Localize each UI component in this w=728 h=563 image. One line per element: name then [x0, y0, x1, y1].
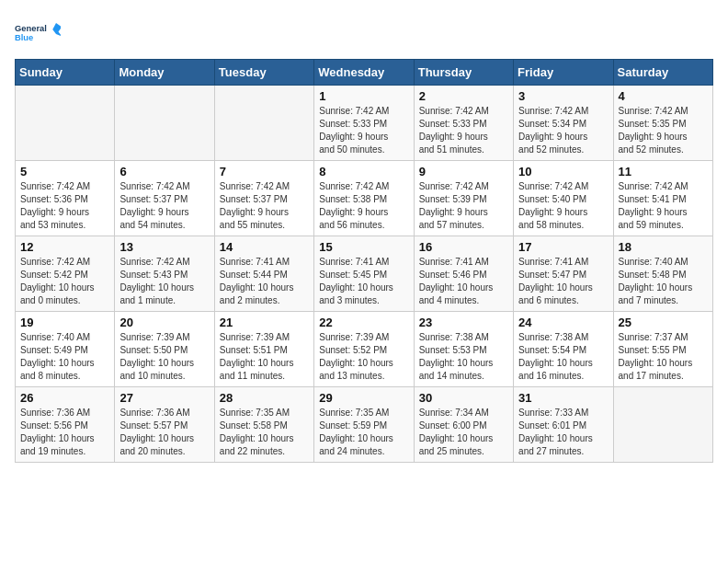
calendar-cell: 15Sunrise: 7:41 AM Sunset: 5:45 PM Dayli… — [314, 236, 414, 312]
day-number: 21 — [220, 316, 309, 329]
svg-marker-2 — [52, 23, 61, 36]
calendar-cell: 25Sunrise: 7:37 AM Sunset: 5:55 PM Dayli… — [613, 312, 712, 387]
calendar-cell: 31Sunrise: 7:33 AM Sunset: 6:01 PM Dayli… — [514, 387, 613, 463]
day-info: Sunrise: 7:39 AM Sunset: 5:52 PM Dayligh… — [319, 331, 408, 383]
calendar-cell: 8Sunrise: 7:42 AM Sunset: 5:38 PM Daylig… — [314, 161, 414, 236]
calendar-cell: 27Sunrise: 7:36 AM Sunset: 5:57 PM Dayli… — [115, 387, 214, 463]
day-info: Sunrise: 7:42 AM Sunset: 5:37 PM Dayligh… — [119, 180, 209, 232]
calendar-cell: 3Sunrise: 7:42 AM Sunset: 5:34 PM Daylig… — [514, 86, 613, 161]
day-number: 9 — [419, 165, 508, 178]
day-number: 27 — [119, 391, 209, 405]
calendar-cell — [613, 387, 712, 463]
day-info: Sunrise: 7:41 AM Sunset: 5:44 PM Dayligh… — [220, 256, 309, 307]
calendar-cell: 10Sunrise: 7:42 AM Sunset: 5:40 PM Dayli… — [514, 161, 613, 236]
calendar-cell: 14Sunrise: 7:41 AM Sunset: 5:44 PM Dayli… — [214, 236, 313, 312]
calendar-cell — [214, 86, 313, 161]
day-info: Sunrise: 7:38 AM Sunset: 5:54 PM Dayligh… — [518, 331, 608, 383]
day-info: Sunrise: 7:33 AM Sunset: 6:01 PM Dayligh… — [518, 407, 608, 458]
day-header: Tuesday — [214, 60, 313, 86]
calendar-cell: 24Sunrise: 7:38 AM Sunset: 5:54 PM Dayli… — [514, 312, 613, 387]
calendar-cell: 6Sunrise: 7:42 AM Sunset: 5:37 PM Daylig… — [115, 161, 214, 236]
calendar-cell: 12Sunrise: 7:42 AM Sunset: 5:42 PM Dayli… — [16, 236, 115, 312]
day-number: 8 — [319, 165, 408, 178]
day-header: Saturday — [613, 60, 712, 86]
day-info: Sunrise: 7:41 AM Sunset: 5:47 PM Dayligh… — [518, 256, 608, 307]
day-number: 31 — [518, 391, 608, 405]
calendar-cell: 13Sunrise: 7:42 AM Sunset: 5:43 PM Dayli… — [115, 236, 214, 312]
calendar-cell — [16, 86, 115, 161]
day-number: 5 — [20, 165, 109, 178]
calendar-week-row: 1Sunrise: 7:42 AM Sunset: 5:33 PM Daylig… — [16, 86, 713, 161]
day-number: 25 — [619, 316, 708, 329]
day-info: Sunrise: 7:42 AM Sunset: 5:40 PM Dayligh… — [518, 180, 608, 232]
calendar-cell: 26Sunrise: 7:36 AM Sunset: 5:56 PM Dayli… — [16, 387, 115, 463]
day-info: Sunrise: 7:40 AM Sunset: 5:49 PM Dayligh… — [20, 331, 109, 383]
day-info: Sunrise: 7:39 AM Sunset: 5:51 PM Dayligh… — [220, 331, 309, 383]
calendar-cell: 22Sunrise: 7:39 AM Sunset: 5:52 PM Dayli… — [314, 312, 414, 387]
calendar-cell: 17Sunrise: 7:41 AM Sunset: 5:47 PM Dayli… — [514, 236, 613, 312]
day-number: 17 — [518, 240, 608, 254]
day-info: Sunrise: 7:42 AM Sunset: 5:38 PM Dayligh… — [319, 180, 408, 232]
calendar-cell: 20Sunrise: 7:39 AM Sunset: 5:50 PM Dayli… — [115, 312, 214, 387]
day-number: 1 — [319, 89, 408, 103]
day-number: 23 — [419, 316, 508, 329]
calendar-cell: 30Sunrise: 7:34 AM Sunset: 6:00 PM Dayli… — [414, 387, 513, 463]
day-info: Sunrise: 7:42 AM Sunset: 5:35 PM Dayligh… — [619, 105, 708, 156]
day-info: Sunrise: 7:39 AM Sunset: 5:50 PM Dayligh… — [119, 331, 209, 383]
day-info: Sunrise: 7:35 AM Sunset: 5:59 PM Dayligh… — [319, 407, 408, 458]
day-number: 18 — [619, 240, 708, 254]
calendar-cell: 9Sunrise: 7:42 AM Sunset: 5:39 PM Daylig… — [414, 161, 513, 236]
logo: General Blue — [15, 15, 61, 52]
calendar-week-row: 19Sunrise: 7:40 AM Sunset: 5:49 PM Dayli… — [16, 312, 713, 387]
day-number: 2 — [419, 89, 508, 103]
calendar-table: SundayMondayTuesdayWednesdayThursdayFrid… — [15, 59, 713, 463]
day-number: 10 — [518, 165, 608, 178]
day-number: 6 — [119, 165, 209, 178]
calendar-cell: 18Sunrise: 7:40 AM Sunset: 5:48 PM Dayli… — [613, 236, 712, 312]
calendar-cell: 2Sunrise: 7:42 AM Sunset: 5:33 PM Daylig… — [414, 86, 513, 161]
calendar-week-row: 5Sunrise: 7:42 AM Sunset: 5:36 PM Daylig… — [16, 161, 713, 236]
day-header: Wednesday — [314, 60, 414, 86]
day-header: Monday — [115, 60, 214, 86]
day-info: Sunrise: 7:42 AM Sunset: 5:43 PM Dayligh… — [119, 256, 209, 307]
day-info: Sunrise: 7:38 AM Sunset: 5:53 PM Dayligh… — [419, 331, 508, 383]
day-info: Sunrise: 7:35 AM Sunset: 5:58 PM Dayligh… — [220, 407, 309, 458]
calendar-cell: 11Sunrise: 7:42 AM Sunset: 5:41 PM Dayli… — [613, 161, 712, 236]
page-header: General Blue — [15, 15, 713, 52]
day-number: 13 — [119, 240, 209, 254]
calendar-cell: 23Sunrise: 7:38 AM Sunset: 5:53 PM Dayli… — [414, 312, 513, 387]
day-header: Friday — [514, 60, 613, 86]
day-info: Sunrise: 7:41 AM Sunset: 5:45 PM Dayligh… — [319, 256, 408, 307]
day-number: 22 — [319, 316, 408, 329]
calendar-week-row: 26Sunrise: 7:36 AM Sunset: 5:56 PM Dayli… — [16, 387, 713, 463]
calendar-cell — [115, 86, 214, 161]
calendar-cell: 1Sunrise: 7:42 AM Sunset: 5:33 PM Daylig… — [314, 86, 414, 161]
day-info: Sunrise: 7:40 AM Sunset: 5:48 PM Dayligh… — [619, 256, 708, 307]
day-number: 3 — [518, 89, 608, 103]
day-number: 14 — [220, 240, 309, 254]
day-number: 4 — [619, 89, 708, 103]
day-number: 20 — [119, 316, 209, 329]
day-info: Sunrise: 7:42 AM Sunset: 5:41 PM Dayligh… — [619, 180, 708, 232]
day-number: 26 — [20, 391, 109, 405]
svg-text:Blue: Blue — [15, 33, 33, 42]
day-number: 24 — [518, 316, 608, 329]
calendar-cell: 29Sunrise: 7:35 AM Sunset: 5:59 PM Dayli… — [314, 387, 414, 463]
day-number: 16 — [419, 240, 508, 254]
day-info: Sunrise: 7:42 AM Sunset: 5:42 PM Dayligh… — [20, 256, 109, 307]
calendar-cell: 21Sunrise: 7:39 AM Sunset: 5:51 PM Dayli… — [214, 312, 313, 387]
day-number: 28 — [220, 391, 309, 405]
logo-svg: General Blue — [15, 15, 61, 52]
day-number: 12 — [20, 240, 109, 254]
calendar-cell: 19Sunrise: 7:40 AM Sunset: 5:49 PM Dayli… — [16, 312, 115, 387]
calendar-week-row: 12Sunrise: 7:42 AM Sunset: 5:42 PM Dayli… — [16, 236, 713, 312]
calendar-cell: 7Sunrise: 7:42 AM Sunset: 5:37 PM Daylig… — [214, 161, 313, 236]
day-info: Sunrise: 7:36 AM Sunset: 5:56 PM Dayligh… — [20, 407, 109, 458]
day-number: 29 — [319, 391, 408, 405]
day-number: 11 — [619, 165, 708, 178]
day-info: Sunrise: 7:42 AM Sunset: 5:33 PM Dayligh… — [319, 105, 408, 156]
day-info: Sunrise: 7:37 AM Sunset: 5:55 PM Dayligh… — [619, 331, 708, 383]
day-info: Sunrise: 7:42 AM Sunset: 5:36 PM Dayligh… — [20, 180, 109, 232]
day-number: 30 — [419, 391, 508, 405]
day-info: Sunrise: 7:42 AM Sunset: 5:33 PM Dayligh… — [419, 105, 508, 156]
